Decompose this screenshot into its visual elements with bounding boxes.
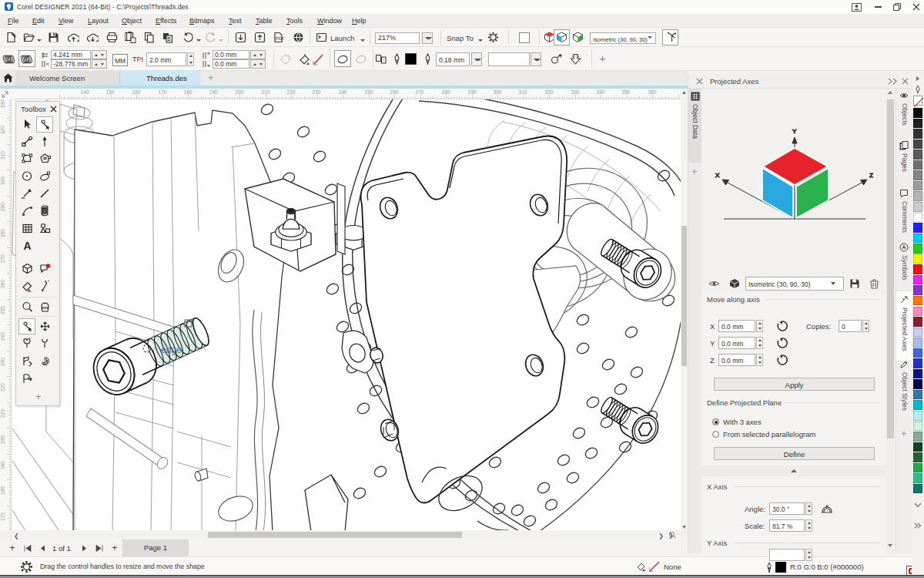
svg-text:X: X xyxy=(715,172,720,179)
svg-text:PDF: PDF xyxy=(276,36,285,41)
svg-text:Z: Z xyxy=(869,172,873,179)
svg-text:A: A xyxy=(24,240,32,251)
svg-text:edge: edge xyxy=(161,344,182,355)
svg-text:Y: Y xyxy=(792,128,797,135)
